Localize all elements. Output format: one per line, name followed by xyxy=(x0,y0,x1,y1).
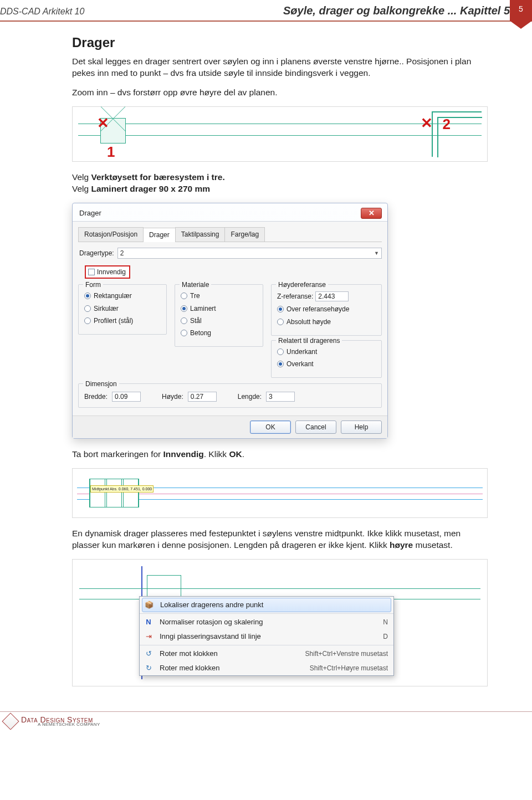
para-6: En dynamisk drager plasseres med festepu… xyxy=(72,528,488,551)
radio-underkant[interactable] xyxy=(277,348,284,355)
innvendig-label: Innvendig xyxy=(97,268,126,276)
dialog-title: Drager xyxy=(79,208,101,218)
figure-placed-drager: Midtpunkt Abs. 0.060, 7.451, 0.000 xyxy=(72,468,488,518)
radio-betong[interactable] xyxy=(181,330,187,336)
fieldset-dimensjon: Dimensjon Bredde: 0.09 Høyde: 0.27 Lengd… xyxy=(78,383,382,408)
header-right: Søyle, drager og balkongrekke ... Kapitt… xyxy=(283,4,510,17)
para-3: Velg Verktøysett for bæresystem i tre. xyxy=(72,172,488,183)
mark-1: 1 xyxy=(107,142,115,162)
menu-normaliser[interactable]: N Normaliser rotasjon og skalering N xyxy=(140,615,393,629)
tab-taktilpassing[interactable]: Taktilpassing xyxy=(175,227,226,242)
innvendig-checkbox[interactable] xyxy=(88,269,95,275)
tab-rotasjon[interactable]: Rotasjon/Posisjon xyxy=(78,227,144,242)
header-left: DDS-CAD Arkitekt 10 xyxy=(0,7,84,17)
cancel-button[interactable]: Cancel xyxy=(295,420,336,434)
radio-rektangulaer[interactable] xyxy=(84,293,91,299)
menu-roter-mot[interactable]: ↺ Roter mot klokken Shift+Ctrl+Venstre m… xyxy=(140,647,393,661)
radio-laminert[interactable] xyxy=(181,305,187,312)
figure-zoom-plan: ✕ ✕ 1 2 xyxy=(72,106,488,162)
fieldset-materiale: Materiale Tre Laminert Stål Betong xyxy=(175,284,263,347)
mark-x-icon: ✕ xyxy=(97,114,109,133)
ok-button[interactable]: OK xyxy=(250,420,291,434)
dialog-tabs: Rotasjon/Posisjon Drager Taktilpassing F… xyxy=(78,227,382,242)
menu-roter-med[interactable]: ↻ Roter med klokken Shift+Ctrl+Høyre mus… xyxy=(140,661,393,675)
para-1: Det skal legges en drager sentrert over … xyxy=(72,56,488,79)
radio-tre[interactable] xyxy=(181,293,187,299)
page-header: DDS-CAD Arkitekt 10 Søyle, drager og bal… xyxy=(0,0,532,22)
fieldset-hoyderef: Høydereferanse Z-referanse: 2.443 Over r… xyxy=(271,284,382,335)
fieldset-form: Form Rektangulær Sirkulær Profilert (stå… xyxy=(78,284,167,335)
help-button[interactable]: Help xyxy=(341,420,382,434)
box-icon: 📦 xyxy=(144,600,155,610)
context-menu: 📦 Lokaliser dragerens andre punkt N Norm… xyxy=(139,596,394,676)
tab-drager[interactable]: Drager xyxy=(143,228,176,242)
menu-inngi-avstand[interactable]: ⇥ Inngi plasseringsavstand til linje D xyxy=(140,629,393,644)
brand-sub: A NEMETSCHEK COMPANY xyxy=(38,722,100,727)
radio-sirkulaer[interactable] xyxy=(84,305,91,312)
figure-context-menu: 📦 Lokaliser dragerens andre punkt N Norm… xyxy=(72,559,488,686)
hoyde-input[interactable]: 0.27 xyxy=(188,392,217,402)
zref-label: Z-referanse: xyxy=(277,292,313,301)
brand-logo-icon xyxy=(2,712,19,730)
mark-2: 2 xyxy=(443,115,451,134)
fieldset-relatert: Relatert til dragerens Underkant Overkan… xyxy=(271,340,382,378)
distance-icon: ⇥ xyxy=(143,632,154,642)
radio-overkant[interactable] xyxy=(277,361,284,367)
chevron-down-icon: ▼ xyxy=(374,250,379,257)
section-title: Drager xyxy=(72,34,488,52)
dragertype-label: Dragertype: xyxy=(79,249,114,258)
menu-lokaliser-punkt[interactable]: 📦 Lokaliser dragerens andre punkt xyxy=(142,598,391,612)
tab-farge-lag[interactable]: Farge/lag xyxy=(224,227,265,242)
rotate-ccw-icon: ↺ xyxy=(143,649,154,659)
mark-x-icon: ✕ xyxy=(421,114,433,133)
radio-staal[interactable] xyxy=(181,317,187,324)
content: Drager Det skal legges en drager sentrer… xyxy=(0,22,532,730)
radio-over-ref[interactable] xyxy=(277,306,284,312)
n-icon: N xyxy=(143,617,154,627)
zref-input[interactable]: 2.443 xyxy=(315,291,349,301)
para-4: Velg Laminert drager 90 x 270 mm xyxy=(72,183,488,195)
dragertype-select[interactable]: 2▼ xyxy=(117,248,382,259)
radio-abs-hoyde[interactable] xyxy=(277,319,284,325)
lengde-input[interactable]: 3 xyxy=(266,392,295,402)
para-2: Zoom inn – dvs forstørr opp øvre høyre d… xyxy=(72,87,488,99)
para-5: Ta bort markeringen for Innvendig. Klikk… xyxy=(72,449,488,460)
close-icon[interactable]: ✕ xyxy=(361,208,382,219)
dialog-drager: Drager ✕ Rotasjon/Posisjon Drager Taktil… xyxy=(72,203,388,439)
tooltip-midtpunkt: Midtpunkt Abs. 0.060, 7.451, 0.000 xyxy=(90,485,154,493)
footer: Data Design System A NEMETSCHEK COMPANY xyxy=(0,711,532,727)
rotate-cw-icon: ↻ xyxy=(143,663,154,673)
radio-profilert[interactable] xyxy=(84,317,91,324)
bredde-input[interactable]: 0.09 xyxy=(112,392,141,402)
innvendig-highlight: Innvendig xyxy=(85,265,130,279)
